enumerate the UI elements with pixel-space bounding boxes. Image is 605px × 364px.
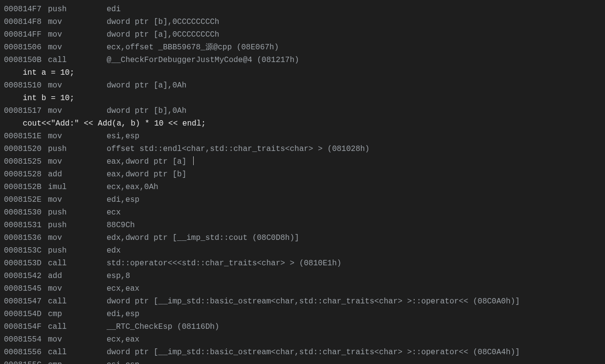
address: 0008152E xyxy=(4,193,48,206)
disasm-line[interactable]: 0008152Bimulecx,eax,0Ah xyxy=(4,181,605,193)
disasm-line[interactable]: 00081547calldword ptr [__imp_std::basic_… xyxy=(4,295,605,308)
operands: ecx,eax xyxy=(107,333,139,346)
address: 00081506 xyxy=(4,41,48,54)
address: 00081556 xyxy=(4,346,48,359)
source-text: int b = 10; xyxy=(4,92,74,105)
source-line[interactable]: int b = 10; xyxy=(4,92,605,105)
disasm-line[interactable]: 0008153Dcallstd::operator<<<std::char_tr… xyxy=(4,257,605,270)
disasm-line[interactable]: 000814F7pushedi xyxy=(4,3,605,16)
mnemonic: mov xyxy=(48,41,107,54)
disasm-line[interactable]: 00081530pushecx xyxy=(4,206,605,219)
disasm-line[interactable]: 0008154Fcall__RTC_CheckEsp (08116Dh) xyxy=(4,321,605,333)
disasm-line[interactable]: 0008154Dcmpedi,esp xyxy=(4,308,605,321)
operands: edx,dword ptr [__imp_std::cout (08C0D8h)… xyxy=(107,232,299,244)
address: 00081525 xyxy=(4,155,48,168)
operands: __RTC_CheckEsp (08116Dh) xyxy=(107,321,219,333)
mnemonic: mov xyxy=(48,16,107,28)
disasm-line[interactable]: 00081517movdword ptr [b],0Ah xyxy=(4,105,605,117)
operands: eax,dword ptr [b] xyxy=(107,168,186,181)
disasm-line[interactable]: 0008155Ccmpesi,esp xyxy=(4,359,605,364)
address: 00081531 xyxy=(4,219,48,232)
operands: ecx,eax xyxy=(107,282,139,295)
mnemonic: add xyxy=(48,168,107,181)
operands: offset std::endl<char,std::char_traits<c… xyxy=(107,143,370,155)
mnemonic: mov xyxy=(48,193,107,206)
text-caret xyxy=(193,156,194,165)
disasm-line[interactable]: 00081531push88C9Ch xyxy=(4,219,605,232)
disasm-line[interactable]: 00081556calldword ptr [__imp_std::basic_… xyxy=(4,346,605,359)
disasm-line[interactable]: 00081545movecx,eax xyxy=(4,282,605,295)
address: 0008150B xyxy=(4,54,48,66)
disasm-line[interactable]: 000814FFmovdword ptr [a],0CCCCCCCCh xyxy=(4,28,605,41)
mnemonic: call xyxy=(48,257,107,270)
mnemonic: mov xyxy=(48,232,107,244)
disasm-line[interactable]: 00081525moveax,dword ptr [a] xyxy=(4,155,605,168)
disasm-line[interactable]: 00081528addeax,dword ptr [b] xyxy=(4,168,605,181)
operands: esi,esp xyxy=(107,130,139,143)
address: 0008153C xyxy=(4,244,48,257)
source-line[interactable]: cout<<"Add:" << Add(a, b) * 10 << endl; xyxy=(4,117,605,130)
operands: esi,esp xyxy=(107,359,139,364)
disasm-line[interactable]: 0008150Bcall@__CheckForDebuggerJustMyCod… xyxy=(4,54,605,66)
operands: esp,8 xyxy=(107,270,130,282)
mnemonic: call xyxy=(48,321,107,333)
operands: dword ptr [a],0Ah xyxy=(107,79,186,92)
address: 0008154F xyxy=(4,321,48,333)
operands: dword ptr [__imp_std::basic_ostream<char… xyxy=(107,346,520,359)
disasm-line[interactable]: 0008151Emovesi,esp xyxy=(4,130,605,143)
mnemonic: push xyxy=(48,206,107,219)
mnemonic: imul xyxy=(48,181,107,193)
disasm-line[interactable]: 00081506movecx,offset _BBB59678_源@cpp (0… xyxy=(4,41,605,54)
operands: edi xyxy=(107,3,121,16)
operands: ecx,offset _BBB59678_源@cpp (08E067h) xyxy=(107,41,279,54)
mnemonic: push xyxy=(48,244,107,257)
address: 000814F8 xyxy=(4,16,48,28)
disasm-line[interactable]: 00081520pushoffset std::endl<char,std::c… xyxy=(4,143,605,155)
operands: edx xyxy=(107,244,121,257)
mnemonic: push xyxy=(48,219,107,232)
address: 00081554 xyxy=(4,333,48,346)
operands: dword ptr [a],0CCCCCCCCh xyxy=(107,28,219,41)
mnemonic: call xyxy=(48,54,107,66)
operands: ecx,eax,0Ah xyxy=(107,181,158,193)
address: 00081510 xyxy=(4,79,48,92)
operands: edi,esp xyxy=(107,308,139,321)
disasm-line[interactable]: 00081554movecx,eax xyxy=(4,333,605,346)
mnemonic: cmp xyxy=(48,359,107,364)
operands: eax,dword ptr [a] xyxy=(107,155,186,168)
operands: dword ptr [b],0CCCCCCCCh xyxy=(107,16,219,28)
mnemonic: mov xyxy=(48,155,107,168)
disasm-line[interactable]: 00081542addesp,8 xyxy=(4,270,605,282)
mnemonic: call xyxy=(48,295,107,308)
operands: ecx xyxy=(107,206,121,219)
mnemonic: add xyxy=(48,270,107,282)
disasm-line[interactable]: 000814F8movdword ptr [b],0CCCCCCCCh xyxy=(4,16,605,28)
disasm-line[interactable]: 0008153Cpushedx xyxy=(4,244,605,257)
mnemonic: mov xyxy=(48,282,107,295)
address: 00081542 xyxy=(4,270,48,282)
operands: 88C9Ch xyxy=(107,219,135,232)
address: 0008152B xyxy=(4,181,48,193)
disassembly-view[interactable]: 000814F7pushedi000814F8movdword ptr [b],… xyxy=(0,0,605,364)
address: 000814FF xyxy=(4,28,48,41)
mnemonic: cmp xyxy=(48,308,107,321)
mnemonic: call xyxy=(48,346,107,359)
address: 00081536 xyxy=(4,232,48,244)
address: 0008154D xyxy=(4,308,48,321)
disasm-line[interactable]: 00081510movdword ptr [a],0Ah xyxy=(4,79,605,92)
address: 0008155C xyxy=(4,359,48,364)
source-text: cout<<"Add:" << Add(a, b) * 10 << endl; xyxy=(4,117,206,130)
operands: std::operator<<<std::char_traits<char> >… xyxy=(107,257,341,270)
source-line[interactable]: int a = 10; xyxy=(4,66,605,79)
mnemonic: mov xyxy=(48,79,107,92)
operands: dword ptr [__imp_std::basic_ostream<char… xyxy=(107,295,520,308)
disasm-line[interactable]: 0008152Emovedi,esp xyxy=(4,193,605,206)
mnemonic: mov xyxy=(48,28,107,41)
disasm-line[interactable]: 00081536movedx,dword ptr [__imp_std::cou… xyxy=(4,232,605,244)
mnemonic: push xyxy=(48,143,107,155)
mnemonic: mov xyxy=(48,130,107,143)
address: 00081517 xyxy=(4,105,48,117)
source-text: int a = 10; xyxy=(4,66,74,79)
operands: @__CheckForDebuggerJustMyCode@4 (081217h… xyxy=(107,54,299,66)
address: 00081530 xyxy=(4,206,48,219)
